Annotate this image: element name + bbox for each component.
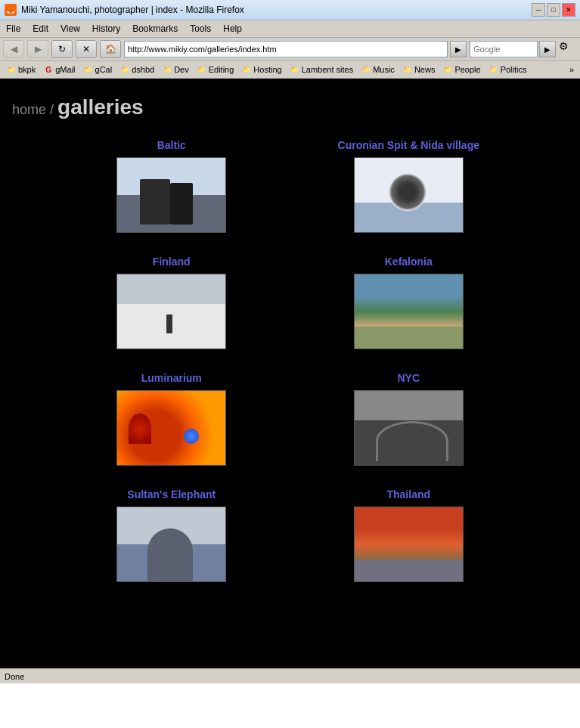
toolbar: ◀ ▶ ↻ ✕ 🏠 ▶ ▶ ⚙	[0, 38, 580, 61]
gallery-thumb-curonian[interactable]	[354, 157, 464, 233]
menu-bar: File Edit View History Bookmarks Tools H…	[0, 20, 580, 38]
settings-button[interactable]: ⚙	[559, 40, 577, 58]
gallery-thumb-finland[interactable]	[116, 274, 226, 349]
gmail-icon: G	[43, 64, 54, 75]
gallery-title-kefalonia: Kefalonia	[385, 256, 433, 268]
search-button[interactable]: ▶	[539, 41, 556, 57]
breadcrumb: home / galleries	[0, 91, 580, 132]
bookmark-label: Lambent sites	[302, 65, 353, 74]
stop-button[interactable]: ✕	[76, 40, 97, 58]
menu-help[interactable]: Help	[217, 22, 248, 36]
maximize-button[interactable]: □	[547, 3, 560, 17]
bookmark-gmail[interactable]: G gMail	[40, 63, 78, 76]
bookmark-gcal[interactable]: 📁 gCal	[80, 63, 116, 76]
address-bar-wrap: ▶	[124, 41, 467, 57]
back-button[interactable]: ◀	[3, 40, 24, 58]
gallery-thumb-luminarium[interactable]	[116, 390, 226, 466]
bookmark-label: Music	[373, 65, 395, 74]
menu-history[interactable]: History	[86, 22, 126, 36]
folder-icon: 📁	[402, 64, 413, 75]
gallery-title-finland: Finland	[153, 256, 191, 268]
gallery-title-thailand: Thailand	[386, 488, 430, 500]
search-wrap: ▶	[470, 41, 556, 57]
bookmark-people[interactable]: 📁 People	[439, 63, 483, 76]
gallery-thumb-baltic[interactable]	[116, 157, 226, 233]
menu-bookmarks[interactable]: Bookmarks	[126, 22, 184, 36]
bookmark-bkpk[interactable]: 📁 bkpk	[3, 63, 39, 76]
menu-file[interactable]: File	[0, 22, 26, 36]
gallery-title-curonian: Curonian Spit & Nida village	[338, 139, 479, 151]
folder-icon: 📁	[83, 64, 94, 75]
bookmark-label: Hosting	[253, 65, 281, 74]
close-button[interactable]: ✕	[562, 3, 575, 17]
gallery-title-baltic: Baltic	[157, 139, 186, 151]
status-text: Done	[5, 672, 24, 681]
gallery-title-elephant: Sultan's Elephant	[127, 488, 216, 500]
gallery-item-elephant[interactable]: Sultan's Elephant	[60, 488, 283, 582]
bookmark-news[interactable]: 📁 News	[399, 63, 439, 76]
gallery-title-luminarium: Luminarium	[141, 372, 202, 384]
bookmark-politics[interactable]: 📁 Politics	[485, 63, 530, 76]
bookmark-editing[interactable]: 📁 Editing	[194, 63, 237, 76]
bookmark-music[interactable]: 📁 Music	[358, 63, 398, 76]
bookmark-label: Dev	[174, 65, 189, 74]
menu-tools[interactable]: Tools	[184, 22, 217, 36]
bookmark-dev[interactable]: 📁 Dev	[159, 63, 192, 76]
menu-edit[interactable]: Edit	[26, 22, 54, 36]
go-button[interactable]: ▶	[450, 41, 467, 57]
breadcrumb-current: galleries	[57, 95, 144, 119]
bookmark-label: Politics	[501, 65, 527, 74]
bookmark-label: bkpk	[18, 65, 36, 74]
gallery-title-nyc: NYC	[397, 372, 420, 384]
title-bar: 🦊 Miki Yamanouchi, photographer | index …	[0, 0, 580, 20]
breadcrumb-home-link[interactable]: home	[12, 102, 46, 117]
breadcrumb-separator: /	[50, 102, 57, 117]
folder-icon: 📁	[6, 64, 17, 75]
gallery-item-thailand[interactable]: Thailand	[298, 488, 520, 582]
gallery-item-baltic[interactable]: Baltic	[60, 139, 283, 233]
bookmark-label: gCal	[95, 65, 113, 74]
gallery-thumb-thailand[interactable]	[354, 507, 464, 582]
window-controls: ─ □ ✕	[532, 3, 575, 17]
bookmark-label: News	[414, 65, 436, 74]
bookmark-label: Editing	[209, 65, 234, 74]
forward-button[interactable]: ▶	[27, 40, 48, 58]
folder-icon: 📁	[197, 64, 207, 75]
browser-icon: 🦊	[5, 4, 17, 16]
gallery-item-luminarium[interactable]: Luminarium	[60, 372, 283, 466]
gallery-thumb-kefalonia[interactable]	[354, 274, 464, 349]
search-input[interactable]	[470, 41, 538, 57]
gallery-thumb-elephant[interactable]	[116, 507, 226, 582]
folder-icon: 📁	[119, 64, 130, 75]
bookmarks-bar: 📁 bkpk G gMail 📁 gCal 📁 dshbd 📁 Dev 📁 Ed…	[0, 61, 580, 79]
reload-button[interactable]: ↻	[51, 40, 73, 58]
menu-view[interactable]: View	[54, 22, 86, 36]
folder-icon: 📁	[290, 64, 300, 75]
gallery-item-kefalonia[interactable]: Kefalonia	[298, 256, 520, 349]
bookmark-hosting[interactable]: 📁 Hosting	[238, 63, 284, 76]
bookmark-label: dshbd	[132, 65, 154, 74]
folder-icon: 📁	[162, 64, 172, 75]
folder-icon: 📁	[489, 64, 499, 75]
gallery-item-curonian[interactable]: Curonian Spit & Nida village	[298, 139, 520, 233]
gallery-thumb-nyc[interactable]	[354, 390, 464, 466]
window-title: Miki Yamanouchi, photographer | index - …	[21, 5, 527, 15]
gallery-item-nyc[interactable]: NYC	[298, 372, 520, 466]
gallery-item-finland[interactable]: Finland	[60, 256, 283, 349]
minimize-button[interactable]: ─	[532, 3, 545, 17]
status-bar: Done	[0, 668, 580, 683]
bookmark-dshbd[interactable]: 📁 dshbd	[116, 63, 157, 76]
galleries-grid: Baltic Curonian Spit & Nida village Finl…	[0, 132, 580, 590]
bookmark-lambent[interactable]: 📁 Lambent sites	[287, 63, 356, 76]
folder-icon: 📁	[442, 64, 453, 75]
page-content: home / galleries Baltic Curonian Spit & …	[0, 79, 580, 668]
bookmarks-more-button[interactable]: »	[566, 64, 577, 76]
address-input[interactable]	[124, 41, 448, 57]
bookmark-label: People	[454, 65, 480, 74]
home-button[interactable]: 🏠	[100, 40, 121, 58]
bookmark-label: gMail	[55, 65, 75, 74]
folder-icon: 📁	[361, 64, 371, 75]
folder-icon: 📁	[241, 64, 252, 75]
